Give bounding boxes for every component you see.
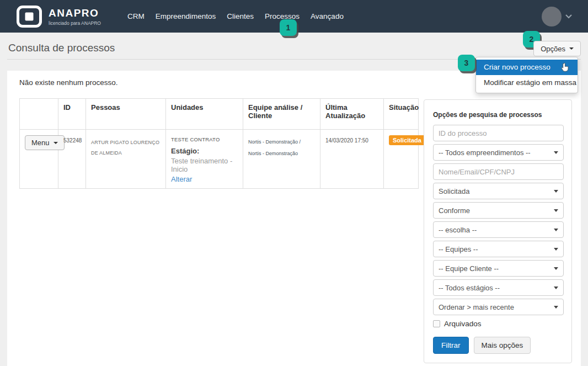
select-caret-icon: [554, 151, 558, 154]
escolha-select[interactable]: -- escolha --: [433, 221, 564, 238]
equipe-cliente-select[interactable]: -- Equipe Cliente --: [433, 260, 564, 277]
options-button[interactable]: Opções: [533, 41, 581, 56]
col-header-unidades: Unidades: [166, 99, 243, 130]
estagio-value: Teste treinamento - Inicio: [171, 157, 238, 173]
content-card: Não existe nenhum processo. ID Pessoas U…: [7, 71, 581, 366]
cell-unidades: TESTE CONTRATO Estágio: Teste treinament…: [166, 130, 243, 189]
arquivados-checkbox[interactable]: [433, 320, 440, 327]
options-button-label: Opções: [541, 45, 565, 53]
name-email-field: [433, 163, 564, 180]
chevron-down-icon: [565, 14, 573, 19]
select-caret-icon: [554, 287, 558, 289]
select-value: -- Equipe Cliente --: [439, 264, 499, 273]
caret-down-icon: [569, 47, 574, 50]
cell-equipe: Nortis - Demonstração / Nortis - Demonst…: [243, 130, 320, 189]
main-nav: CRM Empreendimentos Clientes Processos A…: [122, 8, 349, 25]
cell-situacao: Solicitada: [384, 130, 419, 189]
options-dropdown-menu: Criar novo processo Modificar estágio em…: [475, 57, 578, 93]
nav-item-avancado[interactable]: Avançado: [305, 8, 349, 25]
name-email-input[interactable]: [439, 168, 558, 176]
col-header-actions: [20, 99, 58, 130]
arquivados-checkbox-row[interactable]: Arquivados: [433, 320, 563, 328]
nav-item-empreendimentos[interactable]: Empreendimentos: [150, 8, 222, 25]
alterar-link[interactable]: Alterar: [171, 175, 192, 183]
search-panel: Opções de pesquisa de processos -- Todos…: [424, 99, 572, 363]
menu-item-label: Criar novo processo: [484, 63, 550, 71]
process-table: ID Pessoas Unidades Equipe análise / Cli…: [19, 98, 419, 189]
select-caret-icon: [554, 248, 558, 251]
brand-tagline: licenciado para ANAPRO: [49, 20, 101, 26]
col-header-situacao: Situação: [384, 99, 419, 130]
select-caret-icon: [554, 267, 558, 270]
search-panel-title: Opções de pesquisa de processos: [433, 111, 563, 119]
select-caret-icon: [554, 209, 558, 212]
caret-down-icon: [54, 142, 58, 144]
cell-pessoas: ARTUR PIGATO LOURENÇO DE ALMEIDA: [86, 130, 166, 189]
estagio-label: Estágio:: [171, 147, 238, 155]
user-avatar[interactable]: [542, 7, 562, 26]
col-header-equipe: Equipe análise / Cliente: [243, 99, 320, 130]
status-badge: Solicitada: [389, 135, 425, 145]
equipes-select[interactable]: -- Equipes --: [433, 241, 564, 257]
mais-opcoes-button[interactable]: Mais opções: [474, 337, 531, 354]
ordenar-select[interactable]: Ordenar > mais recente: [433, 299, 564, 315]
user-menu[interactable]: [542, 7, 573, 26]
brand-name: ANAPRO: [49, 7, 101, 19]
empty-message: Não existe nenhum processo.: [19, 78, 118, 87]
select-caret-icon: [554, 190, 558, 193]
select-caret-icon: [554, 306, 558, 309]
menu-item-criar-novo-processo[interactable]: Criar novo processo: [476, 60, 578, 75]
select-value: Solicitada: [439, 187, 469, 195]
conforme-select[interactable]: Conforme: [433, 202, 564, 219]
annotation-step-1: 1: [280, 19, 297, 36]
annotation-step-3: 3: [458, 55, 475, 71]
process-id-field: [433, 125, 564, 141]
process-id-input[interactable]: [439, 129, 558, 137]
unit-name: TESTE CONTRATO: [171, 136, 238, 142]
table-row: Menu 532248 ARTUR PIGATO LOURENÇO DE ALM…: [20, 130, 419, 189]
table-header-row: ID Pessoas Unidades Equipe análise / Cli…: [20, 99, 419, 130]
page-title: Consulta de processos: [8, 42, 115, 54]
select-value: -- Todos estágios --: [439, 284, 500, 292]
select-value: Conforme: [439, 206, 470, 215]
filtrar-button[interactable]: Filtrar: [433, 337, 469, 354]
col-header-pessoas: Pessoas: [86, 99, 166, 130]
arquivados-label: Arquivados: [444, 320, 482, 328]
col-header-id: ID: [58, 99, 86, 130]
row-menu-button[interactable]: Menu: [25, 135, 65, 150]
row-menu-label: Menu: [31, 139, 50, 147]
nav-item-crm[interactable]: CRM: [122, 8, 150, 25]
estagios-select[interactable]: -- Todos estágios --: [433, 279, 564, 296]
situacao-select[interactable]: Solicitada: [433, 183, 564, 199]
empreendimentos-select[interactable]: -- Todos empreendimentos --: [433, 144, 564, 161]
select-caret-icon: [554, 229, 558, 231]
menu-item-modificar-estagio[interactable]: Modificar estágio em massa: [476, 75, 578, 91]
select-value: -- Todos empreendimentos --: [439, 148, 531, 157]
anapro-logo-icon: [17, 6, 42, 28]
select-value: Ordenar > mais recente: [439, 303, 514, 311]
select-value: -- Equipes --: [439, 245, 478, 253]
select-value: -- escolha --: [439, 226, 477, 234]
nav-item-clientes[interactable]: Clientes: [221, 8, 259, 25]
brand-logo[interactable]: ANAPRO licenciado para ANAPRO: [17, 6, 101, 28]
cell-ultima-atualizacao: 14/03/2020 17:50: [320, 130, 384, 189]
col-header-ultima-atualizacao: Última Atualização: [320, 99, 384, 130]
